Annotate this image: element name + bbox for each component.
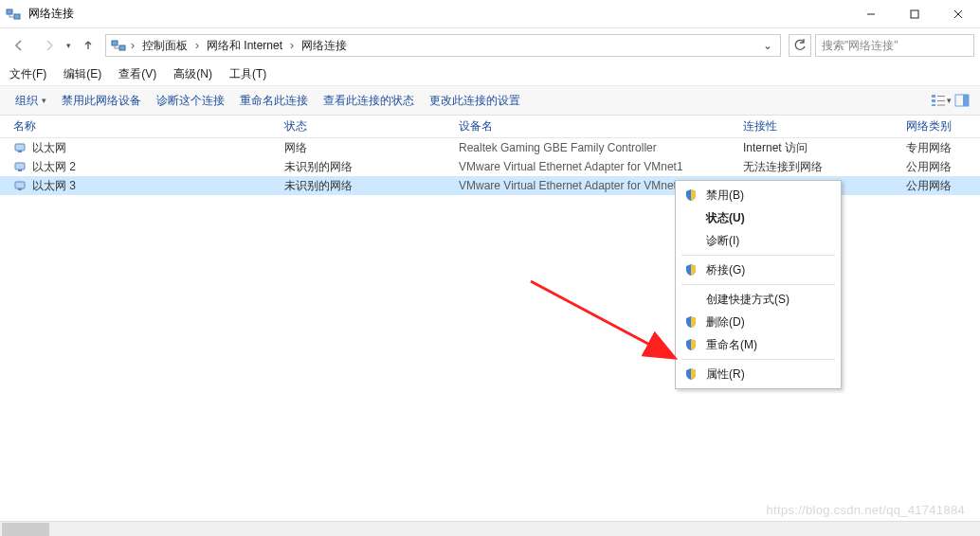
ctx-bridge[interactable]: 桥接(G) <box>678 259 839 281</box>
network-adapter-icon <box>13 141 27 154</box>
ctx-rename[interactable]: 重命名(M) <box>678 333 839 356</box>
svg-rect-6 <box>112 41 118 45</box>
window-title: 网络连接 <box>28 6 74 22</box>
svg-rect-9 <box>932 99 935 102</box>
chevron-right-icon: › <box>195 39 199 52</box>
preview-pane-button[interactable] <box>952 90 972 111</box>
network-adapter-icon <box>13 160 27 173</box>
menu-file[interactable]: 文件(F) <box>8 64 48 84</box>
organize-button[interactable]: 组织▾ <box>8 89 54 113</box>
ctx-disable[interactable]: 禁用(B) <box>678 184 839 206</box>
breadcrumb-mid[interactable]: 网络和 Internet <box>203 38 286 54</box>
address-dropdown[interactable]: ⌄ <box>759 39 776 52</box>
app-icon <box>6 7 21 22</box>
svg-rect-1 <box>14 14 20 19</box>
breadcrumb-leaf[interactable]: 网络连接 <box>298 38 351 54</box>
location-icon <box>110 37 127 54</box>
separator <box>681 359 835 360</box>
network-adapter-icon <box>13 179 27 192</box>
ctx-properties[interactable]: 属性(R) <box>678 363 839 385</box>
horizontal-scrollbar[interactable] <box>0 521 980 536</box>
disable-device-button[interactable]: 禁用此网络设备 <box>54 89 149 113</box>
maximize-button[interactable] <box>893 0 936 28</box>
menu-advanced[interactable]: 高级(N) <box>172 64 214 84</box>
address-bar[interactable]: › 控制面板 › 网络和 Internet › 网络连接 ⌄ <box>105 34 781 57</box>
view-options-button[interactable]: ▾ <box>931 90 952 111</box>
col-device[interactable]: 设备名 <box>459 118 743 134</box>
view-status-button[interactable]: 查看此连接的状态 <box>316 89 422 113</box>
back-button[interactable] <box>6 33 32 58</box>
svg-rect-19 <box>18 170 22 171</box>
change-settings-button[interactable]: 更改此连接的设置 <box>422 89 528 113</box>
refresh-button[interactable] <box>789 34 811 57</box>
col-connectivity[interactable]: 连接性 <box>743 118 906 134</box>
shield-icon <box>683 314 699 330</box>
svg-rect-17 <box>18 151 22 152</box>
ctx-shortcut[interactable]: 创建快捷方式(S) <box>678 288 839 311</box>
menu-bar: 文件(F) 编辑(E) 查看(V) 高级(N) 工具(T) <box>0 63 980 85</box>
nav-row: ▾ › 控制面板 › 网络和 Internet › 网络连接 ⌄ 搜索"网络连接… <box>0 28 980 63</box>
svg-rect-7 <box>119 45 125 50</box>
diagnose-button[interactable]: 诊断这个连接 <box>149 89 232 113</box>
search-input[interactable]: 搜索"网络连接" <box>815 34 974 57</box>
ctx-delete[interactable]: 删除(D) <box>678 311 839 333</box>
list-item[interactable]: 以太网 2 未识别的网络 VMware Virtual Ethernet Ada… <box>0 157 980 176</box>
svg-rect-10 <box>932 104 935 106</box>
toolbar: 组织▾ 禁用此网络设备 诊断这个连接 重命名此连接 查看此连接的状态 更改此连接… <box>0 85 980 116</box>
breadcrumb-root[interactable]: 控制面板 <box>138 38 191 54</box>
annotation-arrow <box>526 277 697 371</box>
ctx-diagnose[interactable]: 诊断(I) <box>678 229 839 252</box>
col-name[interactable]: 名称 <box>13 118 284 134</box>
col-status[interactable]: 状态 <box>284 118 459 134</box>
chevron-right-icon: › <box>290 39 294 52</box>
menu-tools[interactable]: 工具(T) <box>227 64 268 84</box>
column-headers: 名称 状态 设备名 连接性 网络类别 <box>0 116 980 138</box>
forward-button[interactable] <box>36 33 63 58</box>
svg-rect-20 <box>15 182 25 188</box>
scrollbar-thumb[interactable] <box>2 523 49 536</box>
svg-rect-8 <box>932 95 935 98</box>
svg-rect-18 <box>15 163 25 170</box>
chevron-right-icon: › <box>131 39 135 52</box>
close-button[interactable] <box>936 0 980 28</box>
watermark: https://blog.csdn.net/qq_41741884 <box>767 503 965 517</box>
list-item[interactable]: 以太网 网络 Realtek Gaming GBE Family Control… <box>0 138 980 157</box>
svg-rect-16 <box>15 144 25 151</box>
search-placeholder: 搜索"网络连接" <box>822 38 898 54</box>
up-button[interactable] <box>75 33 101 58</box>
col-type[interactable]: 网络类别 <box>906 118 969 134</box>
history-dropdown[interactable]: ▾ <box>66 41 71 50</box>
shield-icon <box>683 337 699 352</box>
svg-rect-21 <box>18 188 22 190</box>
shield-icon <box>683 366 699 382</box>
minimize-button[interactable] <box>849 0 893 28</box>
rename-connection-button[interactable]: 重命名此连接 <box>232 89 316 113</box>
ctx-status[interactable]: 状态(U) <box>678 206 839 229</box>
menu-edit[interactable]: 编辑(E) <box>62 64 103 84</box>
svg-line-22 <box>531 281 673 357</box>
separator <box>681 284 835 285</box>
context-menu: 禁用(B) 状态(U) 诊断(I) 桥接(G) 创建快捷方式(S) 删除(D) … <box>675 180 842 389</box>
svg-rect-15 <box>963 95 969 106</box>
separator <box>681 255 835 256</box>
shield-icon <box>683 188 699 203</box>
title-bar: 网络连接 <box>0 0 980 28</box>
svg-rect-3 <box>911 10 918 18</box>
shield-icon <box>683 262 699 277</box>
menu-view[interactable]: 查看(V) <box>117 64 158 84</box>
window-controls <box>849 0 980 28</box>
svg-rect-0 <box>7 9 12 14</box>
